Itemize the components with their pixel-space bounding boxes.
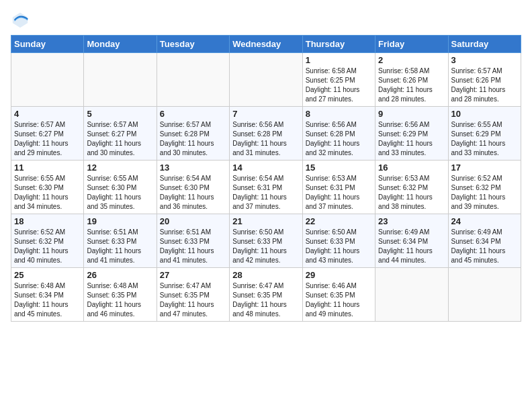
calendar-cell: 7Sunrise: 6:56 AM Sunset: 6:28 PM Daylig…	[230, 107, 302, 161]
weekday-header: Wednesday	[230, 36, 302, 53]
day-info: Sunrise: 6:48 AM Sunset: 6:35 PM Dayligh…	[87, 281, 153, 319]
calendar-cell: 1Sunrise: 6:58 AM Sunset: 6:25 PM Daylig…	[302, 53, 375, 107]
day-number: 24	[451, 216, 518, 226]
calendar-cell: 29Sunrise: 6:46 AM Sunset: 6:35 PM Dayli…	[302, 268, 375, 322]
calendar-cell: 12Sunrise: 6:55 AM Sunset: 6:30 PM Dayli…	[84, 161, 157, 214]
day-number: 23	[378, 216, 445, 226]
calendar-cell: 17Sunrise: 6:52 AM Sunset: 6:32 PM Dayli…	[448, 161, 521, 214]
day-number: 15	[306, 163, 372, 173]
day-info: Sunrise: 6:52 AM Sunset: 6:32 PM Dayligh…	[14, 228, 81, 265]
logo-icon	[11, 11, 30, 30]
day-info: Sunrise: 6:55 AM Sunset: 6:30 PM Dayligh…	[87, 174, 153, 212]
calendar-cell	[11, 53, 84, 107]
calendar-week-row: 18Sunrise: 6:52 AM Sunset: 6:32 PM Dayli…	[11, 214, 521, 268]
calendar-cell: 9Sunrise: 6:56 AM Sunset: 6:29 PM Daylig…	[375, 107, 448, 161]
calendar-cell: 8Sunrise: 6:56 AM Sunset: 6:28 PM Daylig…	[302, 107, 375, 161]
day-number: 4	[14, 109, 81, 119]
day-number: 28	[232, 270, 299, 280]
day-number: 21	[232, 216, 299, 226]
day-info: Sunrise: 6:50 AM Sunset: 6:33 PM Dayligh…	[232, 228, 299, 265]
day-number: 17	[451, 163, 518, 173]
day-number: 1	[306, 55, 372, 65]
day-info: Sunrise: 6:50 AM Sunset: 6:33 PM Dayligh…	[306, 228, 372, 265]
day-info: Sunrise: 6:47 AM Sunset: 6:35 PM Dayligh…	[160, 281, 226, 319]
day-number: 12	[87, 163, 153, 173]
day-number: 5	[87, 109, 153, 119]
day-info: Sunrise: 6:57 AM Sunset: 6:26 PM Dayligh…	[451, 66, 518, 104]
calendar-cell: 13Sunrise: 6:54 AM Sunset: 6:30 PM Dayli…	[157, 161, 229, 214]
day-number: 2	[378, 55, 445, 65]
calendar-cell: 20Sunrise: 6:51 AM Sunset: 6:33 PM Dayli…	[157, 214, 229, 268]
day-number: 29	[306, 270, 372, 280]
calendar-cell: 5Sunrise: 6:57 AM Sunset: 6:27 PM Daylig…	[84, 107, 157, 161]
calendar-cell: 3Sunrise: 6:57 AM Sunset: 6:26 PM Daylig…	[448, 53, 521, 107]
calendar-cell: 2Sunrise: 6:58 AM Sunset: 6:26 PM Daylig…	[375, 53, 448, 107]
calendar-cell	[157, 53, 229, 107]
day-info: Sunrise: 6:51 AM Sunset: 6:33 PM Dayligh…	[160, 228, 226, 265]
calendar-cell	[230, 53, 302, 107]
weekday-header-row: SundayMondayTuesdayWednesdayThursdayFrid…	[11, 36, 521, 53]
calendar-cell: 6Sunrise: 6:57 AM Sunset: 6:28 PM Daylig…	[157, 107, 229, 161]
calendar-cell	[448, 268, 521, 322]
day-number: 25	[14, 270, 81, 280]
calendar-cell: 19Sunrise: 6:51 AM Sunset: 6:33 PM Dayli…	[84, 214, 157, 268]
calendar-cell: 24Sunrise: 6:49 AM Sunset: 6:34 PM Dayli…	[448, 214, 521, 268]
calendar-cell: 15Sunrise: 6:53 AM Sunset: 6:31 PM Dayli…	[302, 161, 375, 214]
weekday-header: Thursday	[302, 36, 375, 53]
calendar-cell: 28Sunrise: 6:47 AM Sunset: 6:35 PM Dayli…	[230, 268, 302, 322]
day-info: Sunrise: 6:56 AM Sunset: 6:28 PM Dayligh…	[306, 120, 372, 158]
day-info: Sunrise: 6:53 AM Sunset: 6:31 PM Dayligh…	[306, 174, 372, 212]
logo	[11, 11, 31, 30]
day-info: Sunrise: 6:54 AM Sunset: 6:31 PM Dayligh…	[232, 174, 299, 212]
day-number: 13	[160, 163, 226, 173]
weekday-header: Monday	[84, 36, 157, 53]
calendar-cell: 18Sunrise: 6:52 AM Sunset: 6:32 PM Dayli…	[11, 214, 84, 268]
day-number: 22	[306, 216, 372, 226]
day-info: Sunrise: 6:58 AM Sunset: 6:25 PM Dayligh…	[306, 66, 372, 104]
day-number: 7	[232, 109, 299, 119]
day-info: Sunrise: 6:58 AM Sunset: 6:26 PM Dayligh…	[378, 66, 445, 104]
day-number: 26	[87, 270, 153, 280]
header	[11, 11, 521, 30]
day-info: Sunrise: 6:53 AM Sunset: 6:32 PM Dayligh…	[378, 174, 445, 212]
calendar-cell: 21Sunrise: 6:50 AM Sunset: 6:33 PM Dayli…	[230, 214, 302, 268]
day-info: Sunrise: 6:56 AM Sunset: 6:29 PM Dayligh…	[378, 120, 445, 158]
weekday-header: Friday	[375, 36, 448, 53]
calendar-cell	[375, 268, 448, 322]
day-info: Sunrise: 6:57 AM Sunset: 6:28 PM Dayligh…	[160, 120, 226, 158]
day-number: 20	[160, 216, 226, 226]
calendar-cell: 14Sunrise: 6:54 AM Sunset: 6:31 PM Dayli…	[230, 161, 302, 214]
weekday-header: Tuesday	[157, 36, 229, 53]
calendar-cell: 26Sunrise: 6:48 AM Sunset: 6:35 PM Dayli…	[84, 268, 157, 322]
day-number: 14	[232, 163, 299, 173]
day-number: 10	[451, 109, 518, 119]
day-info: Sunrise: 6:49 AM Sunset: 6:34 PM Dayligh…	[378, 228, 445, 265]
day-number: 9	[378, 109, 445, 119]
day-info: Sunrise: 6:52 AM Sunset: 6:32 PM Dayligh…	[451, 174, 518, 212]
day-info: Sunrise: 6:57 AM Sunset: 6:27 PM Dayligh…	[14, 120, 81, 158]
day-number: 11	[14, 163, 81, 173]
day-info: Sunrise: 6:48 AM Sunset: 6:34 PM Dayligh…	[14, 281, 81, 319]
calendar-week-row: 1Sunrise: 6:58 AM Sunset: 6:25 PM Daylig…	[11, 53, 521, 107]
day-number: 16	[378, 163, 445, 173]
calendar-cell: 23Sunrise: 6:49 AM Sunset: 6:34 PM Dayli…	[375, 214, 448, 268]
day-info: Sunrise: 6:51 AM Sunset: 6:33 PM Dayligh…	[87, 228, 153, 265]
weekday-header: Saturday	[448, 36, 521, 53]
calendar-cell: 22Sunrise: 6:50 AM Sunset: 6:33 PM Dayli…	[302, 214, 375, 268]
calendar-cell: 4Sunrise: 6:57 AM Sunset: 6:27 PM Daylig…	[11, 107, 84, 161]
day-info: Sunrise: 6:55 AM Sunset: 6:29 PM Dayligh…	[451, 120, 518, 158]
calendar-cell: 25Sunrise: 6:48 AM Sunset: 6:34 PM Dayli…	[11, 268, 84, 322]
calendar-week-row: 11Sunrise: 6:55 AM Sunset: 6:30 PM Dayli…	[11, 161, 521, 214]
calendar-cell: 27Sunrise: 6:47 AM Sunset: 6:35 PM Dayli…	[157, 268, 229, 322]
calendar-cell: 10Sunrise: 6:55 AM Sunset: 6:29 PM Dayli…	[448, 107, 521, 161]
day-number: 27	[160, 270, 226, 280]
day-number: 6	[160, 109, 226, 119]
day-number: 8	[306, 109, 372, 119]
calendar-week-row: 25Sunrise: 6:48 AM Sunset: 6:34 PM Dayli…	[11, 268, 521, 322]
day-info: Sunrise: 6:55 AM Sunset: 6:30 PM Dayligh…	[14, 174, 81, 212]
day-info: Sunrise: 6:54 AM Sunset: 6:30 PM Dayligh…	[160, 174, 226, 212]
calendar-cell	[84, 53, 157, 107]
day-number: 3	[451, 55, 518, 65]
calendar-cell: 11Sunrise: 6:55 AM Sunset: 6:30 PM Dayli…	[11, 161, 84, 214]
day-info: Sunrise: 6:47 AM Sunset: 6:35 PM Dayligh…	[232, 281, 299, 319]
